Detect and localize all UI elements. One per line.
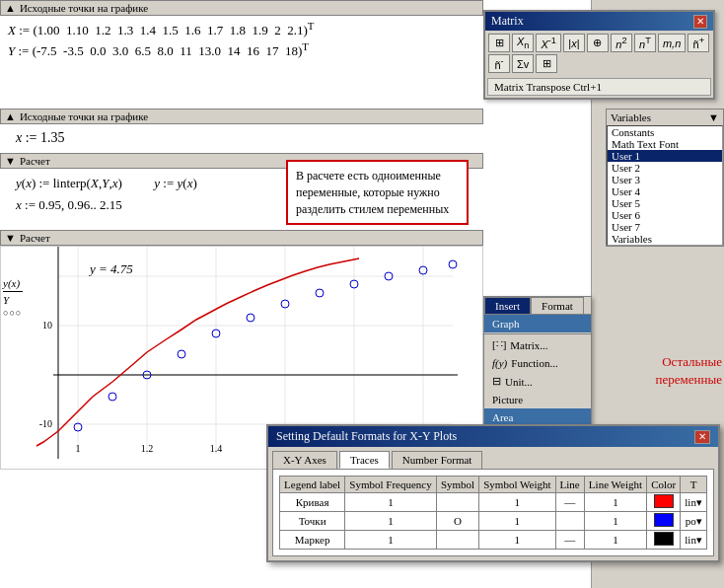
var-math-text-font[interactable]: Math Text Font — [608, 138, 722, 150]
row1-line[interactable]: — — [555, 493, 584, 512]
row3-line[interactable]: — — [555, 531, 584, 550]
col-sym-weight: Symbol Weight — [479, 477, 555, 493]
matrix-dialog[interactable]: Matrix ✕ ⊞ Xn X-1 |x| ⊕ n2 nT m,n ñ+ ñ- … — [483, 10, 715, 100]
tab-number-format[interactable]: Number Format — [392, 451, 483, 469]
variables-dropdown-arrow[interactable]: ▼ — [708, 111, 719, 123]
setting-titlebar: Setting Default Formats for X-Y Plots ✕ — [268, 426, 718, 447]
matrix-close-button[interactable]: ✕ — [693, 15, 707, 29]
row1-line-weight[interactable]: 1 — [584, 493, 646, 512]
var-user2[interactable]: User 2 — [608, 162, 722, 174]
row2-line-weight[interactable]: 1 — [584, 512, 646, 531]
insert-format-toolbar[interactable]: Insert Format Graph [∷] Matrix... f(y) F… — [483, 296, 592, 427]
matrix-btn-grid[interactable]: ⊞ — [488, 34, 510, 52]
matrix-btn-xn[interactable]: Xn — [512, 34, 534, 52]
row2-color[interactable] — [647, 512, 681, 531]
matrix-title: Matrix — [491, 14, 524, 29]
setting-tabs: X-Y Axes Traces Number Format — [268, 447, 718, 469]
col-line: Line — [555, 477, 584, 493]
matrix-btn-plus[interactable]: ñ+ — [688, 34, 709, 52]
picture-label: Picture — [492, 394, 523, 405]
unit-label: Unit... — [505, 376, 533, 388]
graph-header: ▼ Расчет — [0, 230, 483, 246]
collapse-icon-1[interactable]: ▲ — [5, 2, 16, 14]
var-user1[interactable]: User 1 — [608, 150, 722, 162]
setting-close-button[interactable]: ✕ — [694, 430, 710, 444]
unit-icon: ⊟ — [492, 375, 501, 388]
row2-symbol[interactable]: O — [436, 512, 478, 531]
col-symbol: Symbol — [436, 477, 478, 493]
row2-line[interactable] — [555, 512, 584, 531]
row3-sym-weight[interactable]: 1 — [479, 531, 555, 550]
row1-t[interactable]: lin▾ — [681, 493, 707, 512]
row3-line-weight[interactable]: 1 — [584, 531, 646, 550]
row3-color[interactable] — [647, 531, 681, 550]
menu-function[interactable]: f(y) Function... — [484, 354, 591, 372]
row1-legend[interactable]: Кривая — [280, 493, 345, 512]
function-label: Function... — [511, 357, 557, 369]
menu-picture[interactable]: Picture — [484, 391, 591, 408]
other-vars-label: Остальные переменные — [614, 353, 722, 389]
var-user3[interactable]: User 3 — [608, 174, 722, 185]
collapse-icon-4[interactable]: ▼ — [5, 232, 16, 244]
svg-text:1.4: 1.4 — [210, 443, 223, 454]
row2-t[interactable]: po▾ — [681, 512, 707, 531]
svg-text:-10: -10 — [39, 418, 52, 429]
other-vars-text: Остальные переменные — [656, 354, 722, 387]
col-color: Color — [647, 477, 681, 493]
function-icon: f(y) — [492, 357, 507, 369]
row1-sym-freq[interactable]: 1 — [345, 493, 437, 512]
var-variables[interactable]: Variables — [608, 233, 722, 245]
row3-t[interactable]: lin▾ — [681, 531, 707, 550]
separator-1 — [484, 333, 591, 334]
svg-point-22 — [109, 393, 116, 401]
variables-label: Variables — [611, 111, 651, 123]
source-section-2: ▲ Исходные точки на графике x := 1.35 — [0, 109, 483, 152]
row1-sym-weight[interactable]: 1 — [479, 493, 555, 512]
matrix-btn-grid2[interactable]: ⊞ — [536, 54, 557, 73]
row2-legend[interactable]: Точки — [280, 512, 345, 531]
tab-xy-axes[interactable]: X-Y Axes — [272, 451, 337, 469]
matrix-btn-minus[interactable]: ñ- — [488, 54, 510, 73]
source2-title: Исходные точки на графике — [20, 110, 148, 122]
row1-color[interactable] — [647, 493, 681, 512]
row3-sym-freq[interactable]: 1 — [345, 531, 437, 550]
row1-symbol[interactable] — [436, 493, 478, 512]
var-user5[interactable]: User 5 — [608, 197, 722, 209]
matrix-btn-abs[interactable]: |x| — [563, 34, 585, 52]
variables-list[interactable]: Constants Math Text Font User 1 User 2 U… — [607, 125, 723, 246]
tab-insert[interactable]: Insert — [484, 297, 531, 314]
row2-sym-weight[interactable]: 1 — [479, 512, 555, 531]
matrix-btn-trans[interactable]: nT — [634, 34, 656, 52]
row3-symbol[interactable] — [436, 531, 478, 550]
graph-title: Расчет — [20, 232, 50, 244]
setting-content: Legend label Symbol Frequency Symbol Sym… — [272, 469, 714, 556]
matrix-titlebar: Matrix ✕ — [485, 12, 713, 31]
tab-traces[interactable]: Traces — [339, 451, 390, 469]
matrix-btn-xinv[interactable]: X-1 — [536, 34, 561, 52]
matrix-btn-mn[interactable]: m,n — [658, 34, 686, 52]
matrix-btn-sigma[interactable]: Σv — [512, 54, 534, 73]
matrix-btn-sq[interactable]: n2 — [611, 34, 632, 52]
menu-unit[interactable]: ⊟ Unit... — [484, 372, 591, 391]
traces-table: Legend label Symbol Frequency Symbol Sym… — [279, 476, 707, 550]
row2-sym-freq[interactable]: 1 — [345, 512, 437, 531]
collapse-icon-3[interactable]: ▼ — [5, 155, 16, 167]
setting-dialog[interactable]: Setting Default Formats for X-Y Plots ✕ … — [266, 424, 720, 562]
matrix-label: Matrix... — [510, 339, 547, 351]
menu-matrix[interactable]: [∷] Matrix... — [484, 335, 591, 354]
source1-title: Исходные точки на графике — [20, 2, 148, 14]
col-legend: Legend label — [280, 477, 345, 493]
var-constants[interactable]: Constants — [608, 126, 722, 138]
x-definition: X := (1.00 1.10 1.2 1.3 1.4 1.5 1.6 1.7 … — [8, 20, 475, 38]
var-user7[interactable]: User 7 — [608, 221, 722, 233]
var-user6[interactable]: User 6 — [608, 209, 722, 221]
collapse-icon-2[interactable]: ▲ — [5, 110, 16, 122]
var-user4[interactable]: User 4 — [608, 185, 722, 197]
tab-format[interactable]: Format — [531, 297, 584, 314]
matrix-btn-cross[interactable]: ⊕ — [587, 34, 609, 52]
menu-graph[interactable]: Graph — [484, 315, 591, 332]
svg-text:1.2: 1.2 — [141, 443, 154, 454]
col-line-weight: Line Weight — [584, 477, 646, 493]
row3-legend[interactable]: Маркер — [280, 531, 345, 550]
svg-text:1: 1 — [76, 443, 81, 454]
